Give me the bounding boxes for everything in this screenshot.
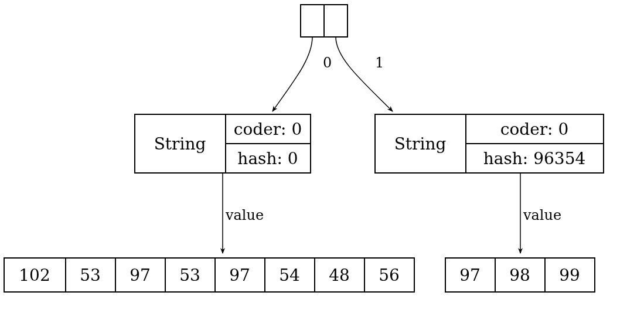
left-array-val-4: 97: [229, 266, 250, 285]
left-array-val-6: 48: [329, 266, 350, 285]
right-string-node: String coder: 0 hash: 96354: [375, 114, 604, 173]
root-array: [301, 5, 347, 37]
edge-label-root-right: 1: [375, 55, 384, 71]
left-array-val-5: 54: [279, 266, 300, 285]
right-string-hash-label: hash: 96354: [483, 149, 586, 168]
right-array-val-1: 98: [509, 266, 530, 285]
edge-label-left-value: value: [225, 207, 264, 223]
edge-label-right-value: value: [523, 207, 561, 223]
edge-label-root-left: 0: [323, 55, 332, 71]
left-array-val-7: 56: [379, 266, 400, 285]
left-string-coder-label: coder: 0: [234, 120, 302, 139]
memory-diagram: 0 1 String coder: 0 hash: 0 value String…: [0, 0, 644, 333]
left-string-hash-label: hash: 0: [237, 149, 298, 168]
left-array-val-2: 97: [130, 266, 151, 285]
right-string-coder-label: coder: 0: [500, 120, 569, 139]
right-array-val-0: 97: [459, 266, 481, 285]
left-array-val-0: 102: [19, 266, 50, 285]
right-string-type-label: String: [394, 134, 447, 154]
right-value-array: 97 98 99: [445, 258, 595, 292]
left-array-val-1: 53: [80, 266, 101, 285]
right-array-val-2: 99: [559, 266, 580, 285]
edge-root-to-right: [336, 37, 393, 111]
root-cell-1: [324, 5, 347, 37]
root-cell-0: [301, 5, 324, 37]
edge-root-to-left: [272, 37, 312, 111]
left-string-node: String coder: 0 hash: 0: [135, 114, 311, 173]
left-string-type-label: String: [154, 134, 206, 154]
left-array-val-3: 53: [179, 266, 200, 285]
left-value-array: 102 53 97 53 97 54 48 56: [4, 258, 414, 292]
